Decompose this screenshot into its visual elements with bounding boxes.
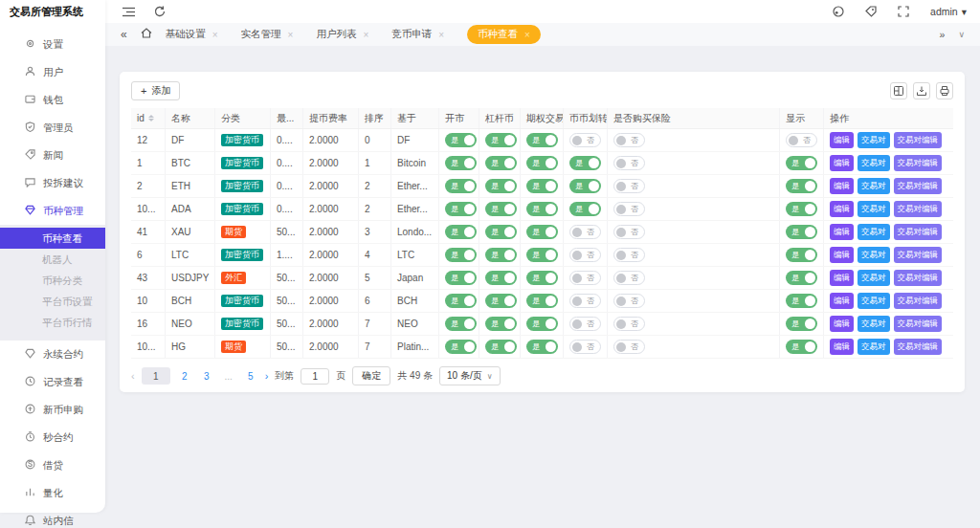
collapse-sidebar-icon[interactable]	[122, 7, 135, 17]
toggle-open-market[interactable]: 是	[445, 294, 477, 308]
edit-button[interactable]: 编辑	[830, 270, 854, 286]
toggle-display[interactable]: 是	[786, 294, 817, 308]
sidebar-item[interactable]: 新闻	[0, 142, 105, 169]
tabs-scroll-right-icon[interactable]: »	[940, 29, 946, 40]
sidebar-item[interactable]: 永续合约	[0, 341, 105, 368]
toggle-leverage[interactable]: 是	[485, 248, 517, 262]
close-tab-icon[interactable]: ×	[438, 30, 444, 40]
trading-pair-button[interactable]: 交易对	[858, 155, 890, 171]
toggle-options[interactable]: 是	[526, 340, 558, 354]
trading-pair-edit-button[interactable]: 交易对编辑	[894, 316, 943, 332]
toggle-transfer[interactable]: 是	[569, 202, 601, 216]
toggle-leverage[interactable]: 是	[485, 317, 517, 331]
toggle-options[interactable]: 是	[526, 248, 558, 262]
trading-pair-button[interactable]: 交易对	[858, 224, 890, 240]
toggle-insurance[interactable]: 否	[613, 340, 645, 354]
toggle-insurance[interactable]: 否	[613, 133, 645, 147]
tab[interactable]: 用户列表×	[316, 28, 368, 41]
toggle-transfer[interactable]: 是	[569, 156, 601, 170]
toggle-transfer[interactable]: 否	[569, 271, 601, 285]
toggle-options[interactable]: 是	[526, 317, 558, 331]
toggle-open-market[interactable]: 是	[445, 133, 477, 147]
toggle-options[interactable]: 是	[526, 271, 558, 285]
edit-button[interactable]: 编辑	[830, 293, 854, 309]
trading-pair-button[interactable]: 交易对	[858, 270, 890, 286]
edit-button[interactable]: 编辑	[830, 132, 854, 148]
toggle-transfer[interactable]: 否	[569, 317, 601, 331]
trading-pair-edit-button[interactable]: 交易对编辑	[894, 224, 943, 240]
toggle-open-market[interactable]: 是	[445, 179, 477, 193]
edit-button[interactable]: 编辑	[830, 339, 854, 355]
sidebar-item[interactable]: 秒合约	[0, 424, 105, 451]
close-tab-icon[interactable]: ×	[288, 30, 294, 40]
sort-icon[interactable]	[148, 115, 154, 121]
sidebar-subitem[interactable]: 币种分类	[0, 270, 105, 291]
toggle-options[interactable]: 是	[526, 179, 558, 193]
page-size-select[interactable]: 10 条/页 ∨	[439, 366, 501, 385]
toggle-display[interactable]: 是	[786, 156, 817, 170]
toggle-display[interactable]: 是	[786, 202, 817, 216]
columns-setting-icon[interactable]	[890, 82, 907, 99]
trading-pair-edit-button[interactable]: 交易对编辑	[894, 293, 943, 309]
add-button[interactable]: + 添加	[131, 81, 180, 100]
edit-button[interactable]: 编辑	[830, 201, 854, 217]
toggle-open-market[interactable]: 是	[445, 271, 477, 285]
toggle-options[interactable]: 是	[526, 133, 558, 147]
sidebar-item[interactable]: 设置	[0, 31, 105, 58]
theme-palette-icon[interactable]	[833, 6, 844, 17]
toggle-leverage[interactable]: 是	[485, 340, 517, 354]
sidebar-item[interactable]: 记录查看	[0, 368, 105, 396]
toggle-transfer[interactable]: 否	[569, 294, 601, 308]
edit-button[interactable]: 编辑	[830, 316, 854, 332]
confirm-jump-button[interactable]: 确定	[352, 366, 390, 385]
toggle-open-market[interactable]: 是	[445, 340, 477, 354]
toggle-leverage[interactable]: 是	[485, 202, 517, 216]
fullscreen-icon[interactable]	[898, 6, 909, 17]
trading-pair-edit-button[interactable]: 交易对编辑	[894, 270, 943, 286]
toggle-insurance[interactable]: 否	[613, 225, 645, 239]
sidebar-item[interactable]: 量化	[0, 479, 105, 507]
trading-pair-edit-button[interactable]: 交易对编辑	[894, 155, 943, 171]
edit-button[interactable]: 编辑	[830, 247, 854, 263]
close-tab-icon[interactable]: ×	[363, 30, 368, 40]
sidebar-item[interactable]: 投拆建议	[0, 169, 105, 197]
refresh-icon[interactable]	[154, 6, 166, 17]
toggle-transfer[interactable]: 否	[569, 248, 601, 262]
toggle-display[interactable]: 是	[786, 179, 817, 193]
toggle-display[interactable]: 是	[786, 248, 817, 262]
trading-pair-button[interactable]: 交易对	[858, 178, 890, 194]
toggle-leverage[interactable]: 是	[485, 179, 517, 193]
sidebar-item[interactable]: 钱包	[0, 86, 105, 114]
toggle-insurance[interactable]: 否	[613, 202, 645, 216]
sidebar-item[interactable]: 管理员	[0, 114, 105, 142]
sidebar-item[interactable]: 用户	[0, 58, 105, 86]
edit-button[interactable]: 编辑	[830, 178, 854, 194]
home-tab-icon[interactable]	[141, 28, 152, 41]
close-tab-icon[interactable]: ×	[524, 30, 530, 40]
toggle-insurance[interactable]: 否	[613, 271, 645, 285]
trading-pair-edit-button[interactable]: 交易对编辑	[894, 339, 943, 355]
toggle-open-market[interactable]: 是	[445, 248, 477, 262]
close-tab-icon[interactable]: ×	[212, 30, 218, 40]
tab[interactable]: 竞币申请×	[391, 28, 444, 41]
toggle-transfer[interactable]: 是	[569, 179, 601, 193]
trading-pair-edit-button[interactable]: 交易对编辑	[894, 201, 943, 217]
toggle-transfer[interactable]: 否	[569, 133, 601, 147]
edit-button[interactable]: 编辑	[830, 224, 854, 240]
trading-pair-button[interactable]: 交易对	[858, 316, 890, 332]
prev-page-icon[interactable]: ‹	[131, 370, 135, 382]
tabs-menu-icon[interactable]: ∨	[958, 30, 965, 39]
toggle-leverage[interactable]: 是	[485, 225, 517, 239]
toggle-insurance[interactable]: 否	[613, 156, 645, 170]
toggle-display[interactable]: 是	[786, 271, 817, 285]
toggle-insurance[interactable]: 否	[613, 179, 645, 193]
trading-pair-edit-button[interactable]: 交易对编辑	[894, 247, 943, 263]
toggle-leverage[interactable]: 是	[485, 294, 517, 308]
tabs-scroll-left-icon[interactable]: «	[121, 28, 127, 41]
sidebar-subitem[interactable]: 平台币行情	[0, 312, 105, 333]
sidebar-subitem[interactable]: 平台币设置	[0, 291, 105, 312]
toggle-options[interactable]: 是	[526, 294, 558, 308]
sidebar-item[interactable]: 站内信	[0, 507, 105, 528]
tag-icon[interactable]	[865, 6, 877, 17]
sidebar-subitem[interactable]: 机器人	[0, 249, 105, 270]
